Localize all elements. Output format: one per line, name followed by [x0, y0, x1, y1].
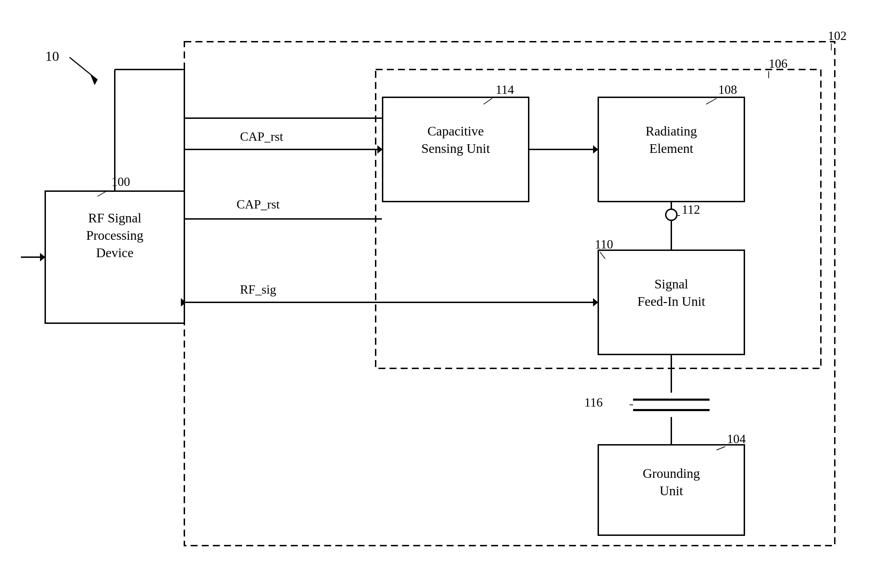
svg-point-33 [666, 209, 677, 220]
ref-10: 10 [45, 48, 59, 64]
ref-104: 104 [727, 432, 746, 446]
rf-device-label-line1: RF Signal [88, 211, 141, 225]
cap-rst-label: CAP_rst [236, 197, 280, 211]
ref-102: 102 [828, 29, 847, 43]
ref-108: 108 [718, 83, 737, 97]
rf-device-label-line2: Processing [86, 228, 144, 243]
feedin-label2: Feed-In Unit [637, 294, 706, 309]
diagram-container: 10 102 106 100 RF Signal Processing Devi… [0, 0, 880, 588]
svg-marker-28 [593, 298, 598, 306]
rf-device-label-line3: Device [96, 245, 134, 260]
svg-marker-1 [90, 75, 98, 85]
svg-line-0 [69, 57, 98, 80]
radiating-label2: Element [649, 141, 693, 156]
svg-marker-23 [378, 145, 383, 154]
rf-sig-label: RF_sig [240, 282, 276, 296]
cap-sensing-label2: Sensing Unit [421, 141, 490, 156]
ref-116: 116 [584, 396, 603, 410]
feedin-label1: Signal [654, 277, 688, 291]
ref-114: 114 [496, 83, 514, 97]
ref-106: 106 [769, 57, 787, 70]
radiating-label1: Radiating [645, 124, 697, 138]
cap-sensing-label1: Capacitive [427, 124, 484, 138]
grounding-label2: Unit [659, 483, 683, 498]
grounding-label1: Grounding [643, 466, 700, 481]
cap-rst-label: CAP_rst [240, 130, 283, 144]
ref-112: 112 [682, 202, 700, 216]
svg-marker-42 [40, 253, 45, 261]
svg-marker-31 [593, 145, 598, 154]
ref-110: 110 [595, 237, 613, 251]
